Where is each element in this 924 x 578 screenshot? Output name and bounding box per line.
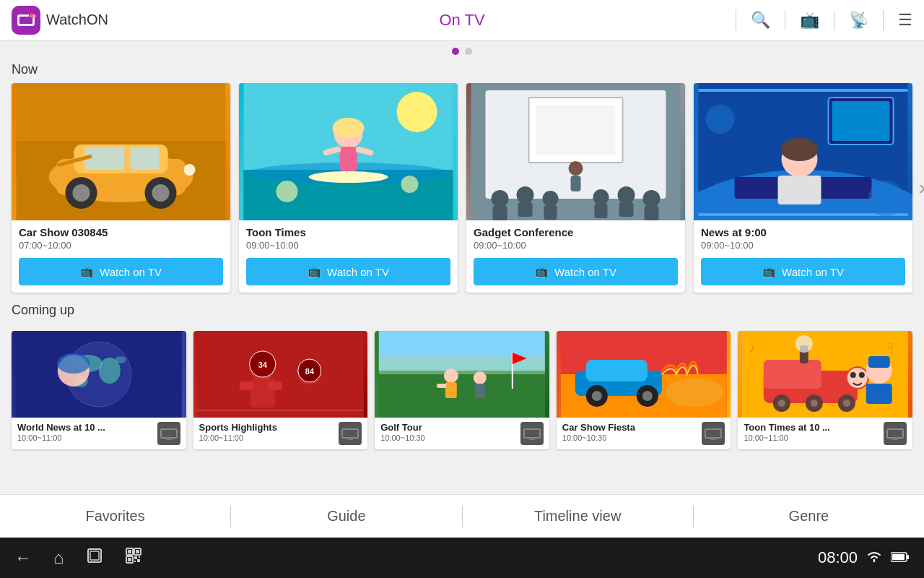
coming-card-sports: 34 84 Sports Highlights 10:00~11:00 bbox=[193, 331, 368, 449]
watch-btn-gadget-conf[interactable]: 📺 Watch on TV bbox=[474, 258, 678, 285]
svg-point-55 bbox=[781, 138, 819, 161]
svg-rect-45 bbox=[619, 202, 634, 217]
svg-rect-94 bbox=[437, 384, 447, 388]
svg-point-60 bbox=[868, 181, 905, 217]
gadget-conf-info: Gadget Conference 09:00~10:00 bbox=[466, 220, 685, 254]
car-fiesta-image bbox=[557, 331, 731, 418]
svg-point-40 bbox=[543, 191, 559, 207]
toon-10-title: Toon Times at 10 ... bbox=[744, 422, 884, 433]
dot-2[interactable] bbox=[465, 48, 472, 55]
svg-rect-33 bbox=[536, 105, 616, 155]
toon-10-bottom: Toon Times at 10 ... 10:00~11:00 bbox=[738, 418, 912, 449]
svg-point-128 bbox=[843, 400, 850, 407]
svg-rect-113 bbox=[710, 438, 716, 440]
now-section: Car Show 030845 07:00~10:00 📺 Watch on T… bbox=[0, 83, 924, 293]
car-show-info: Car Show 030845 07:00~10:00 bbox=[12, 220, 230, 254]
recents-icon[interactable] bbox=[86, 547, 103, 569]
svg-point-44 bbox=[618, 186, 635, 204]
toon-times-time: 09:00~10:00 bbox=[246, 240, 450, 251]
favorites-label: Favorites bbox=[86, 508, 145, 525]
timeline-label: Timeline view bbox=[534, 508, 621, 525]
now-card-car-show: Car Show 030845 07:00~10:00 📺 Watch on T… bbox=[12, 83, 230, 293]
svg-point-42 bbox=[593, 189, 609, 205]
wifi-icon bbox=[866, 550, 882, 566]
car-fiesta-channel-icon[interactable] bbox=[702, 422, 725, 445]
coming-up-section: World News at 10 ... 10:00~11:00 bbox=[0, 331, 924, 449]
search-icon[interactable]: 🔍 bbox=[751, 11, 770, 30]
scroll-right-arrow[interactable]: › bbox=[919, 176, 924, 199]
svg-text:ON: ON bbox=[30, 13, 36, 17]
gadget-conf-image bbox=[466, 83, 685, 220]
car-fiesta-title: Car Show Fiesta bbox=[562, 422, 702, 433]
svg-rect-136 bbox=[892, 438, 898, 440]
svg-point-27 bbox=[309, 171, 388, 183]
world-news-info: World News at 10 ... 10:00~11:00 bbox=[17, 422, 157, 442]
golf-bottom: Golf Tour 10:00~10:30 bbox=[375, 418, 549, 449]
svg-rect-71 bbox=[166, 438, 172, 440]
home-icon[interactable]: ⌂ bbox=[53, 548, 64, 568]
nav-favorites[interactable]: Favorites bbox=[0, 495, 230, 538]
back-icon[interactable]: ← bbox=[14, 548, 32, 568]
world-news-channel-icon[interactable] bbox=[157, 422, 180, 445]
svg-rect-56 bbox=[778, 176, 821, 204]
sports-channel-icon[interactable] bbox=[339, 422, 362, 445]
svg-point-66 bbox=[115, 356, 126, 363]
news-time: 09:00~10:00 bbox=[701, 240, 905, 251]
world-news-image bbox=[12, 331, 186, 418]
svg-rect-148 bbox=[137, 559, 140, 562]
svg-rect-81 bbox=[298, 384, 320, 410]
svg-text:♫: ♫ bbox=[886, 340, 894, 351]
golf-time: 10:00~10:30 bbox=[380, 434, 520, 442]
svg-rect-76 bbox=[239, 381, 253, 390]
sports-info: Sports Highlights 10:00~11:00 bbox=[199, 422, 339, 442]
svg-rect-131 bbox=[866, 384, 892, 404]
nav-timeline[interactable]: Timeline view bbox=[463, 495, 693, 538]
svg-point-46 bbox=[643, 190, 661, 207]
svg-point-14 bbox=[152, 184, 170, 202]
svg-rect-105 bbox=[586, 360, 648, 381]
svg-rect-87 bbox=[347, 438, 353, 440]
svg-rect-117 bbox=[764, 360, 821, 389]
watch-btn-toon-times[interactable]: 📺 Watch on TV bbox=[246, 258, 450, 285]
top-bar: ON WatchON On TV 🔍 📺 📡 ☰ bbox=[0, 0, 924, 40]
golf-info: Golf Tour 10:00~10:30 bbox=[380, 422, 520, 442]
nav-guide[interactable]: Guide bbox=[231, 495, 461, 538]
golf-channel-icon[interactable] bbox=[520, 422, 544, 445]
bottom-navigation: Favorites Guide Timeline view Genre bbox=[0, 494, 924, 538]
dot-1[interactable] bbox=[452, 48, 459, 55]
toon-10-info: Toon Times at 10 ... 10:00~11:00 bbox=[744, 422, 884, 442]
svg-point-16 bbox=[184, 164, 196, 176]
svg-rect-70 bbox=[162, 430, 176, 437]
svg-point-121 bbox=[850, 372, 856, 378]
watch-btn-news[interactable]: 📺 Watch on TV bbox=[701, 258, 905, 285]
svg-rect-43 bbox=[595, 204, 608, 218]
svg-point-20 bbox=[397, 92, 437, 132]
golf-title: Golf Tour bbox=[380, 422, 520, 433]
svg-text:84: 84 bbox=[305, 367, 314, 376]
svg-point-122 bbox=[859, 372, 865, 378]
app-logo: ON WatchON bbox=[12, 6, 108, 35]
sports-title: Sports Highlights bbox=[199, 422, 339, 433]
watch-tv-icon-2: 📺 bbox=[308, 265, 321, 278]
gadget-conf-time: 09:00~10:00 bbox=[474, 240, 678, 251]
svg-rect-90 bbox=[379, 371, 545, 418]
system-status: 08:00 bbox=[818, 548, 910, 567]
coming-cards-container: World News at 10 ... 10:00~11:00 bbox=[12, 331, 912, 449]
watch-btn-toon-times-label: Watch on TV bbox=[327, 266, 389, 278]
tv-guide-icon[interactable]: 📺 bbox=[800, 11, 819, 30]
icon-divider-4 bbox=[883, 10, 884, 30]
toon-10-channel-icon[interactable] bbox=[884, 422, 907, 445]
qr-icon[interactable] bbox=[125, 547, 142, 569]
svg-rect-73 bbox=[197, 331, 363, 418]
menu-icon[interactable]: ☰ bbox=[898, 11, 912, 30]
svg-rect-39 bbox=[518, 202, 533, 217]
icon-divider-3 bbox=[834, 10, 834, 30]
svg-rect-135 bbox=[888, 430, 902, 437]
nav-genre[interactable]: Genre bbox=[694, 495, 924, 538]
app-name-label: WatchON bbox=[46, 12, 108, 28]
car-show-image bbox=[12, 83, 230, 220]
watch-btn-car-show[interactable]: 📺 Watch on TV bbox=[19, 258, 223, 285]
svg-rect-77 bbox=[267, 381, 282, 390]
svg-text:34: 34 bbox=[258, 361, 267, 369]
remote-icon[interactable]: 📡 bbox=[849, 11, 868, 30]
